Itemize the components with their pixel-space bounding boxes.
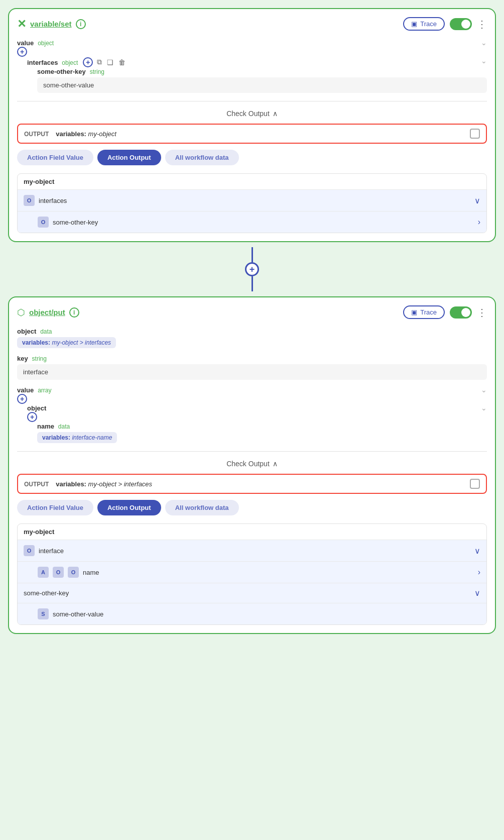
card1-tree-title: my-object [18,174,486,189]
card2-name-tag-pill[interactable]: variables: interface-name [37,432,117,443]
card1-interfaces-copy2-icon[interactable]: ❏ [106,57,114,67]
card2-output-checkbox[interactable] [470,479,480,489]
card2-tree-row4-badge: S [38,608,49,619]
card-variable-set: ✕ variable/set i ▣ Trace ⋮ value object … [8,8,496,242]
card1-value-type: object [38,40,54,47]
card2-tree-row2[interactable]: A O O name › [18,561,486,583]
card1-tree-row1[interactable]: O interfaces ∨ [18,189,486,211]
card-object-put: ⬡ object/put i ▣ Trace ⋮ object data var… [8,296,496,634]
card1-title[interactable]: variable/set [30,20,72,28]
card1-check-output-header: Check Output ∧ [17,110,487,118]
card1-info-icon[interactable]: i [76,19,86,29]
card2-value-label: value [17,386,34,394]
card2-divider [17,451,487,452]
card2-trace-button[interactable]: ▣ Trace [403,305,445,319]
card1-tab-action-field[interactable]: Action Field Value [17,150,93,165]
card2-title[interactable]: object/put [29,308,65,317]
object-put-icon: ⬡ [17,307,25,318]
card2-tree-row4-label: some-other-value [53,610,480,618]
card2-tab-group: Action Field Value Action Output All wor… [17,500,487,515]
card1-output-row: OUTPUT variables: my-object [17,124,487,144]
card2-tree-row1[interactable]: O interface ∨ [18,540,486,561]
card2-object-sub-field: object + ⌄ name data variables: interfac… [17,404,487,443]
connector-line-top [251,247,253,262]
card1-tree-row2-label: some-other-key [53,219,474,226]
card2-tree-row4[interactable]: S some-other-value [18,603,486,624]
connector: + [8,242,496,296]
card1-value-add-icon[interactable]: + [17,47,27,57]
card2-object-sub-add-icon[interactable]: + [27,412,37,422]
card1-interfaces-left: interfaces object + ⧉ ❏ 🗑 [27,57,127,67]
card1-header-right: ▣ Trace ⋮ [403,17,487,31]
card2-tab-action-output[interactable]: Action Output [97,500,161,515]
card1-some-other-key-type: string [90,68,104,75]
card1-header-left: ✕ variable/set i [17,18,86,31]
card1-output-left: OUTPUT variables: my-object [24,130,116,138]
card2-value-collapse-icon[interactable]: ⌄ [481,386,487,394]
card1-tree-row2-arrow: › [478,218,480,227]
card2-name-tag: variables: interface-name [37,430,487,443]
card1-tab-all-workflow[interactable]: All workflow data [165,150,239,165]
card2-more-icon[interactable]: ⋮ [477,306,487,319]
card2-tree-row1-badge: O [24,545,35,556]
card2-tree-row2-badge2: O [53,567,64,578]
card1-interfaces-add-icon[interactable]: + [83,57,93,67]
card1-check-output-section: Check Output ∧ OUTPUT variables: my-obje… [17,110,487,233]
card1-output-checkbox[interactable] [470,129,480,139]
card1-toggle[interactable] [450,18,472,30]
card2-object-tag-pill[interactable]: variables: my-object > interfaces [17,337,116,348]
card1-output-prefix: OUTPUT [24,131,49,138]
connector-line-bottom [251,276,253,291]
card2-tree-row3-arrow: ∨ [474,588,480,598]
card2-output-value: variables: my-object > interfaces [56,480,152,488]
card2-object-label: object [17,328,36,335]
card2-tree-row2-label: name [83,569,474,576]
card2-header: ⬡ object/put i ▣ Trace ⋮ [17,305,487,319]
card1-divider [17,101,487,101]
card1-tab-action-output[interactable]: Action Output [97,150,161,165]
card2-info-icon[interactable]: i [69,307,79,318]
card2-toggle[interactable] [450,306,472,319]
card2-key-label: key [17,355,28,362]
card2-key-value[interactable]: interface [17,364,487,380]
card2-key-field: key string interface [17,354,487,380]
card2-tab-all-workflow[interactable]: All workflow data [165,500,239,515]
card2-tree-row3[interactable]: some-other-key ∨ [18,583,486,603]
card2-output-tree: my-object O interface ∨ A O O name › som… [17,523,487,625]
card2-value-type: array [38,387,51,394]
trace-screen-icon: ▣ [411,20,417,28]
card2-object-sub-row: object + ⌄ [27,404,487,422]
card2-output-row: OUTPUT variables: my-object > interfaces [17,474,487,494]
card2-value-left: value array + [17,386,51,404]
card1-output-value: variables: my-object [56,130,116,138]
card1-more-icon[interactable]: ⋮ [477,18,487,30]
card1-interfaces-collapse-icon[interactable]: ⌄ [481,57,487,65]
card1-tree-row2-badge: O [38,217,49,228]
card1-interfaces-label: interfaces [27,59,58,66]
card1-trace-button[interactable]: ▣ Trace [403,17,445,31]
card2-name-field: name data variables: interface-name [27,422,487,443]
card1-some-other-key-label: some-other-key [37,68,86,75]
card1-interfaces-trash-icon[interactable]: 🗑 [117,57,127,67]
card2-check-output-section: Check Output ∧ OUTPUT variables: my-obje… [17,460,487,625]
card1-some-other-value[interactable]: some-other-value [37,77,487,93]
connector-add-button[interactable]: + [245,262,259,276]
card2-object-sub-collapse-icon[interactable]: ⌄ [481,404,487,412]
card1-interfaces-copy-icon[interactable]: ⧉ [96,57,103,67]
card2-object-type: data [40,328,52,335]
card1-value-row: value object + ⌄ [17,39,487,57]
card1-value-field: value object + ⌄ interfaces object + ⧉ ❏… [17,39,487,93]
card2-object-sub-left: object + [27,404,46,422]
card1-tree-row1-label: interfaces [39,197,470,204]
card1-interfaces-type: object [62,59,78,66]
card1-value-collapse-icon[interactable]: ⌄ [481,39,487,47]
card2-value-add-icon[interactable]: + [17,394,27,404]
card2-tree-row3-label: some-other-key [24,589,470,597]
card1-check-output-chevron: ∧ [273,110,278,118]
card1-check-output-label: Check Output [226,110,270,118]
card2-object-sub-label: object [27,404,46,412]
card2-tree-row2-badge1: A [38,567,49,578]
card1-tree-row2[interactable]: O some-other-key › [18,211,486,233]
card1-some-other-key-field: some-other-key string some-other-value [27,67,487,93]
card2-tab-action-field[interactable]: Action Field Value [17,500,93,515]
